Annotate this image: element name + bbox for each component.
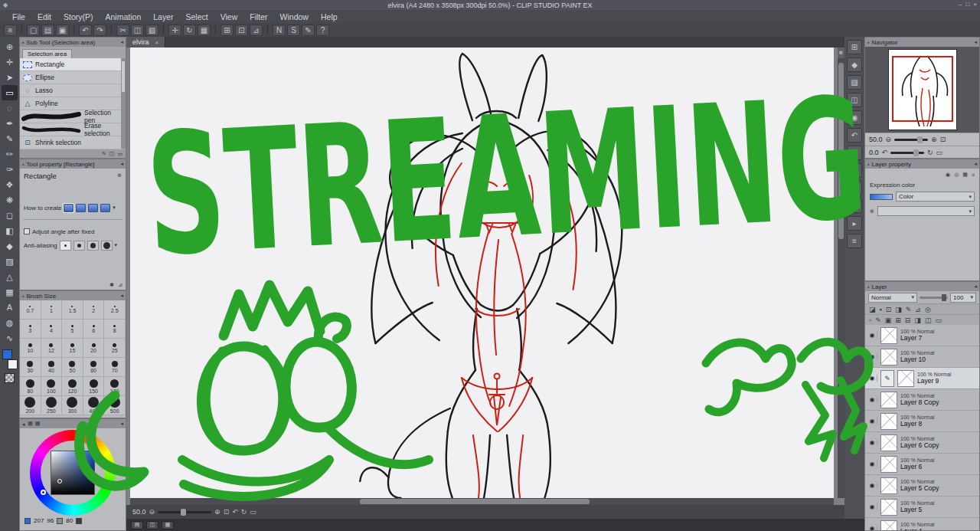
list-effect-icon[interactable]: ≡	[972, 172, 975, 178]
rotate-canvas-icon[interactable]: ↻	[183, 25, 196, 36]
brush-size-cell[interactable]: 3	[20, 320, 41, 339]
sub-tool-group-tab[interactable]: Selection area	[22, 49, 72, 58]
layer-thumbnail[interactable]	[880, 499, 897, 516]
airbrush-tool-icon[interactable]: ❖	[2, 177, 18, 192]
quick-access-panel-icon[interactable]: ⊞	[847, 40, 862, 54]
canvas-zoom-corner-button[interactable]: ⊕	[838, 48, 844, 58]
pencil-tool-icon[interactable]: ✏	[2, 146, 18, 162]
opacity-slider[interactable]	[920, 297, 948, 299]
maximize-button[interactable]: □	[965, 1, 969, 8]
new-file-icon[interactable]: ▢	[27, 25, 40, 36]
vertical-scrollbar[interactable]	[838, 58, 844, 498]
foreground-color-swatch[interactable]	[2, 349, 12, 359]
layer-thumbnail[interactable]	[880, 456, 897, 473]
horizontal-scrollbar-thumb[interactable]	[360, 499, 590, 504]
brush-size-cell[interactable]: 200	[20, 396, 41, 415]
layer-thumbnail[interactable]	[880, 413, 897, 430]
brush-size-cell[interactable]: 120	[62, 377, 83, 396]
rotate-ccw-icon[interactable]: ↶	[232, 508, 238, 516]
visibility-eye-icon[interactable]: ◉	[867, 375, 877, 382]
zoom-out-icon[interactable]: ⊖	[886, 136, 892, 143]
menu-edit[interactable]: Edit	[31, 10, 57, 23]
lasso-tool-icon[interactable]: ◌	[2, 100, 18, 116]
eyedropper-tool-icon[interactable]: ✒	[2, 116, 18, 131]
information-panel-icon[interactable]: ◉	[847, 110, 862, 125]
frame-border-tool-icon[interactable]: ▦	[2, 284, 18, 300]
undo-icon[interactable]: ↶	[79, 25, 92, 36]
vertical-scrollbar-thumb[interactable]	[838, 63, 844, 239]
layer-row[interactable]: ◉ 100 % NormalLayer 5 Copy	[865, 475, 979, 497]
layer-row-selected[interactable]: ◉ ✎ 100 % NormalLayer 9	[865, 368, 979, 389]
material-panel-icon[interactable]: ◆	[847, 57, 862, 72]
set-as-draft-icon[interactable]: ✎	[906, 306, 912, 313]
lock-layer-icon[interactable]: ▪	[880, 306, 882, 313]
brush-size-cell[interactable]: 250	[41, 396, 63, 415]
layer-thumbnail[interactable]	[880, 392, 897, 408]
opacity-field[interactable]: 100 ▾	[950, 293, 976, 303]
reset-rotation-icon[interactable]: ▭	[936, 149, 943, 156]
panel-menu-icon[interactable]: ◂	[974, 39, 977, 45]
brush-size-cell[interactable]: 5	[62, 320, 83, 339]
history-panel-icon[interactable]: ↶	[847, 128, 862, 143]
brush-size-cell[interactable]: 30	[20, 358, 41, 377]
layer-row[interactable]: ◉ 100 % NormalLayer 10	[865, 346, 979, 368]
subtool-rectangle[interactable]: Rectangle	[20, 58, 126, 71]
brush-size-cell[interactable]: 2.5	[104, 300, 126, 320]
brush-tool-icon[interactable]: ✑	[2, 162, 18, 177]
new-raster-layer-icon[interactable]: ▫	[869, 316, 871, 324]
navigator-preview-area[interactable]	[865, 47, 979, 133]
save-file-icon[interactable]: ▣	[56, 25, 69, 36]
delete-subtool-icon[interactable]: ▭	[117, 151, 122, 157]
menu-animation[interactable]: Animation	[100, 10, 148, 23]
background-color-swatch[interactable]	[8, 359, 18, 369]
all-panels-icon[interactable]: ≡	[847, 234, 862, 248]
delete-layer-icon[interactable]: ▭	[935, 316, 942, 324]
merge-down-icon[interactable]: ⊟	[905, 316, 911, 324]
expression-color-select[interactable]: Color ▾	[896, 192, 975, 202]
horizontal-scrollbar[interactable]	[130, 498, 834, 505]
subtool-erase-selection[interactable]: Erase selection	[20, 123, 126, 136]
visibility-eye-icon[interactable]: ◉	[867, 332, 877, 339]
operation-tool-icon[interactable]: ➤	[2, 70, 18, 85]
create-mode-multiply-icon[interactable]	[100, 204, 110, 212]
zoom-tool-icon[interactable]: ⊕	[2, 39, 18, 54]
brush-size-cell[interactable]: 40	[41, 358, 63, 377]
tone-effect-icon[interactable]: ◎	[954, 172, 959, 178]
reset-view-icon[interactable]: ▭	[250, 508, 256, 516]
menu-select[interactable]: Select	[180, 10, 214, 23]
duplicate-subtool-icon[interactable]: ◫	[109, 151, 115, 157]
help-icon[interactable]: ?	[316, 25, 329, 36]
workspace-layout-2-button[interactable]: ◫	[146, 521, 158, 529]
text-tool-icon[interactable]: A	[2, 300, 18, 315]
menu-filter[interactable]: Filter	[243, 10, 273, 23]
figure-tool-icon[interactable]: △	[2, 269, 18, 284]
search-layer-panel-icon[interactable]: ⊕	[847, 181, 862, 195]
brush-size-cell[interactable]: 20	[83, 339, 105, 358]
layer-row[interactable]: ◉ 100 % NormalLayer 4	[865, 518, 979, 530]
tool-property-wrench-icon[interactable]: ⊿	[118, 282, 122, 288]
visibility-eye-icon[interactable]: ◉	[867, 525, 877, 530]
navigator-zoom-slider[interactable]	[894, 139, 928, 141]
brush-size-cell[interactable]: 100	[41, 377, 63, 396]
layer-thumbnail[interactable]	[880, 477, 897, 494]
layer-row[interactable]: ◉ 100 % NormalLayer 8 Copy	[865, 389, 979, 411]
create-mask-icon[interactable]: ◨	[914, 316, 921, 324]
navigator-rotate-slider[interactable]	[890, 152, 924, 154]
visibility-eye-icon[interactable]: ◉	[867, 439, 877, 446]
adjust-angle-checkbox[interactable]	[24, 228, 30, 234]
brush-size-cell[interactable]: 70	[104, 358, 126, 377]
pen-pressure-icon[interactable]: N	[273, 25, 286, 36]
grid-effect-icon[interactable]: ▦	[962, 172, 968, 178]
visibility-eye-icon[interactable]: ◉	[867, 418, 877, 424]
document-tab[interactable]: elvira ×	[126, 37, 165, 48]
subtool-shrink-selection[interactable]: ⊡ Shrink selection	[20, 136, 126, 149]
add-subtool-icon[interactable]: ✎	[102, 151, 106, 157]
pen-tool-icon[interactable]: ✎	[2, 131, 18, 146]
zoom-slider-thumb[interactable]	[181, 509, 186, 516]
aa-middle-icon[interactable]	[87, 241, 99, 251]
layer-search-select[interactable]: ▾	[877, 206, 975, 216]
aa-none-icon[interactable]	[60, 241, 71, 251]
brush-size-cell[interactable]: 6	[83, 320, 105, 339]
brush-size-cell[interactable]: 60	[83, 358, 105, 377]
brush-size-cell[interactable]: 500	[104, 396, 126, 415]
